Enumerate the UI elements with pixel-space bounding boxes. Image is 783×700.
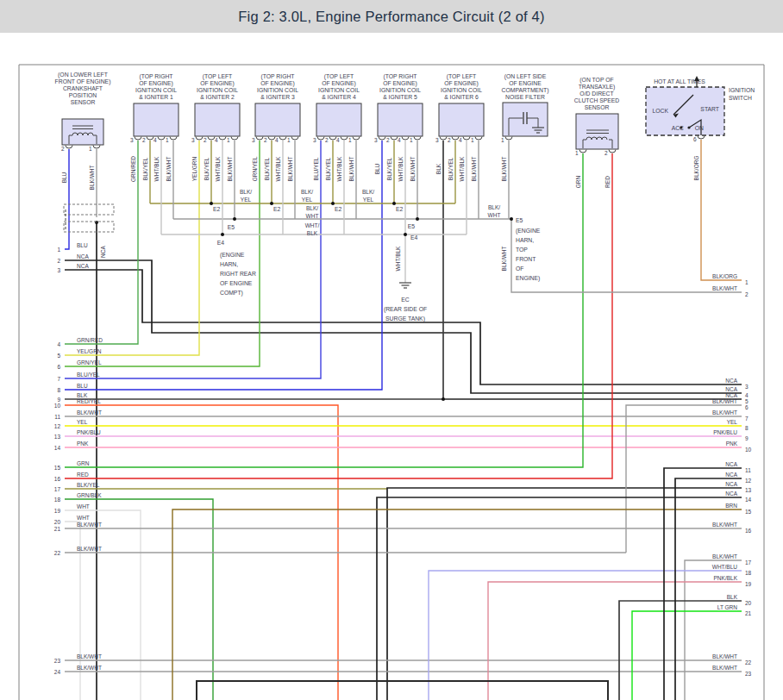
ec-note: (REAR SIDE OF — [384, 306, 427, 313]
ignition-coil-3-label: & IGNITER 3 — [260, 94, 295, 100]
connector-pin-icon — [208, 137, 215, 141]
connector-pin-icon — [219, 137, 226, 141]
left-pin-wire-label: PNK — [77, 441, 89, 447]
ignition-coil-6-label: OF ENGINE) — [444, 80, 479, 87]
left-pin-wire-label: NCA — [77, 263, 89, 269]
wire-color-label: BLK/YEL — [386, 157, 392, 180]
right-pin-wire-label: NCA — [725, 461, 737, 467]
wire-color-label: WHT/BLK — [153, 156, 160, 182]
right-pin-number: 21 — [745, 610, 752, 616]
crankshaft-position-sensor-label: FRONT OF ENGINE) — [55, 78, 111, 85]
pin-number: 4 — [275, 137, 279, 143]
splice-dot — [404, 233, 407, 236]
crankshaft-position-sensor-label: SENSOR — [71, 99, 96, 105]
left-pin-number: 4 — [57, 341, 60, 347]
wire-color-label: BLK/WHT — [410, 157, 416, 182]
connector-pin-icon — [391, 137, 398, 141]
left-pin-number: 3 — [57, 267, 60, 273]
left-pin-number: 17 — [54, 486, 61, 492]
left-pin-wire-label: GRN — [77, 460, 90, 466]
ignition-coil-4-label: & IGNITER 4 — [322, 94, 356, 100]
ignition-coil-5-label: (TOP RIGHT — [383, 73, 417, 80]
pin-number: 3 — [374, 137, 378, 143]
wire-color-label: WHT/BLK — [459, 156, 465, 182]
ignition-coil-1-label: IGNITION COIL — [135, 87, 177, 93]
splice-label-e5: E5 — [516, 217, 523, 223]
ignition-coil-4-box — [316, 103, 361, 136]
left-pin-wire-label: BLU/YEL — [77, 372, 100, 378]
right-pin-number: 3 — [745, 384, 749, 390]
screenshot-root: Fig 2: 3.0L, Engine Performance Circuit … — [0, 0, 783, 700]
pin-number: 2 — [604, 150, 608, 156]
e4-note: OF ENGINE — [220, 280, 253, 286]
pin-number: 1 — [89, 146, 92, 152]
pin-number: 2 — [386, 137, 390, 143]
ignition-coil-5-label: & IGNITER 5 — [383, 94, 417, 100]
right-pin-wire-label: NCA — [725, 386, 737, 392]
od-direct-clutch-speed-sensor-label: (ON TOP OF — [579, 77, 613, 84]
pin-number: 3 — [130, 137, 134, 143]
od-direct-clutch-speed-sensor-label: O/D DIRECT — [579, 91, 613, 97]
connector-pin-icon — [135, 137, 141, 141]
wire-color-label: YEL — [241, 197, 252, 203]
od-direct-clutch-speed-sensor-label: TRANSAXLE) — [579, 84, 616, 91]
right-pin-wire-label: PNK/BLU — [713, 429, 737, 435]
right-pin-wire-label: NCA — [725, 481, 737, 487]
right-pin-number: 7 — [745, 416, 749, 422]
wire-color-label: BLK/YEL — [264, 157, 270, 180]
wire-color-label: BLK/YEL — [204, 157, 210, 180]
wire-color-label: BLK/YEL — [142, 157, 148, 180]
left-pin-number: 14 — [54, 445, 61, 451]
right-pin-wire-label: BRN — [725, 503, 737, 509]
connector-pin-icon — [256, 137, 263, 141]
right-pin-wire-label: NCA — [725, 491, 737, 497]
splice-dot — [442, 397, 445, 401]
wire-color-label: BLK/WHT — [501, 157, 507, 182]
bottom-connector-box — [197, 681, 608, 700]
right-pin-number: 1 — [745, 279, 749, 285]
noise-filter-label: COMPARTMENT) — [502, 87, 549, 94]
left-pin-wire-label: WHT — [77, 503, 90, 509]
connector-pin-icon — [475, 137, 482, 141]
connector-pin-icon — [170, 137, 177, 141]
splice-dot — [221, 233, 224, 236]
splice-dot — [331, 202, 335, 205]
ignition-coil-3-label: IGNITION COIL — [257, 87, 298, 93]
splice-dot — [392, 202, 396, 205]
pin-number: 1 — [471, 137, 474, 143]
wire-color-label: WHT/BLK — [336, 156, 342, 182]
left-pin-wire-label: GRN/RED — [77, 337, 103, 343]
pin-number: 1 — [166, 137, 169, 143]
ignition-coil-6-label: IGNITION COIL — [441, 87, 482, 93]
left-pin-wire-label: YEL/GRN — [77, 348, 102, 354]
right-pin-wire-label: PNK/BLK — [714, 575, 738, 581]
pin-number: 1 — [501, 137, 504, 143]
ignition-coil-5-box — [378, 103, 423, 136]
connector-pin-icon — [147, 137, 153, 141]
left-pin-wire-label: BLK/WHT — [77, 522, 102, 528]
pin-number: 4 — [215, 137, 218, 143]
connector-pin-icon — [505, 137, 512, 141]
splice-label-e2: E2 — [335, 206, 342, 212]
wire-color-label: GRN/YEL — [252, 156, 258, 181]
right-pin-wire-label: BLK/WHT — [712, 522, 737, 528]
ignition-coil-3-box — [255, 103, 300, 136]
switch-position-lock: LOCK — [652, 108, 668, 114]
connector-pin-icon — [452, 137, 459, 141]
wire-color-label: BLK/WHT — [287, 157, 293, 182]
wire-color-label: WHT — [488, 212, 501, 218]
pin-number: 1 — [227, 137, 230, 143]
right-pin-number: 8 — [745, 425, 749, 431]
splice-label-e2: E2 — [273, 206, 281, 212]
left-pin-wire-label: BLK — [77, 392, 88, 398]
ignition-coil-2-box — [195, 103, 240, 136]
left-pin-wire-label: GRN/YEL — [77, 359, 102, 366]
wire-color-label: WHT/BLK — [395, 246, 401, 272]
right-pin-wire-label: BLK/WHT — [712, 653, 737, 659]
right-pin-wire-label: NCA — [725, 472, 737, 478]
wire-color-label: BLK/YEL — [448, 157, 454, 180]
pin-number: 2 — [61, 146, 65, 152]
figure-title: Fig 2: 3.0L, Engine Performance Circuit … — [238, 9, 544, 25]
ignition-coil-1-box — [134, 103, 179, 136]
left-pin-wire-label: BLK/WHT — [77, 653, 102, 659]
